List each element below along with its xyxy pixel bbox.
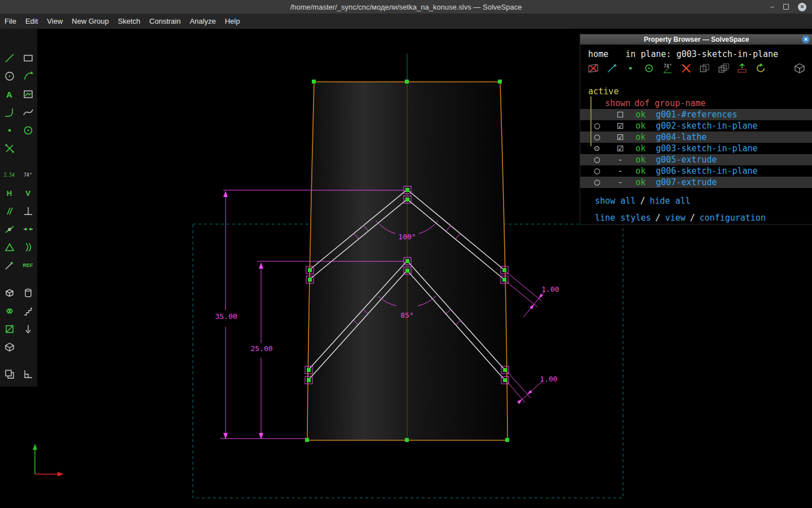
property-browser-close-button[interactable]: ✕ <box>802 36 810 43</box>
restore-button[interactable]: ❐ <box>783 4 789 10</box>
equal-constraint-button[interactable] <box>0 238 19 256</box>
center-view-button[interactable] <box>19 365 37 383</box>
group-active-radio[interactable]: ○ <box>594 165 610 177</box>
point-tool-button[interactable] <box>0 121 19 139</box>
rectangle-tool-button[interactable] <box>19 49 37 67</box>
arc-tool-button[interactable] <box>19 67 37 85</box>
dim-total-label[interactable]: 35.00 <box>215 312 237 321</box>
menu-sketch[interactable]: Sketch <box>113 14 145 29</box>
perpendicular-constraint-button[interactable] <box>19 202 37 220</box>
nearest-iso-view-button[interactable] <box>0 338 19 356</box>
line-styles-link[interactable]: line styles <box>595 213 651 223</box>
group-dof-status[interactable]: ok <box>631 177 656 188</box>
menu-edit[interactable]: Edit <box>21 14 42 29</box>
align-view-button[interactable] <box>0 365 19 383</box>
normal-icon[interactable] <box>643 62 655 75</box>
group-name-link[interactable]: g004-lathe <box>656 132 707 143</box>
horizontal-constraint-button[interactable]: H <box>0 184 19 202</box>
titlebar[interactable]: /home/master/_sync/cnc/модели/setka_na_k… <box>0 0 812 14</box>
translate-group-button[interactable] <box>19 302 37 320</box>
delete-icon[interactable] <box>680 62 692 75</box>
group-shown-checkbox[interactable]: ☑ <box>610 120 631 132</box>
close-button[interactable]: ✕ <box>798 3 806 11</box>
group-active-radio[interactable]: ○ <box>594 154 610 165</box>
no-workplane-icon[interactable] <box>587 62 599 75</box>
spline-tool-button[interactable] <box>19 103 37 121</box>
view-link[interactable]: view <box>665 213 685 223</box>
group-shown-checkbox[interactable]: ☐ <box>610 109 631 120</box>
group-dof-status[interactable]: ok <box>631 132 656 143</box>
group-active-radio[interactable] <box>594 109 610 120</box>
angle-constraint-button[interactable]: 74° <box>19 166 37 184</box>
extrude-group-button[interactable] <box>0 284 19 302</box>
property-browser-titlebar[interactable]: Property Browser — SolveSpace ✕ <box>580 34 812 45</box>
mirror-group-button[interactable] <box>0 320 19 338</box>
menu-view[interactable]: View <box>42 14 67 29</box>
text-tool-button[interactable]: A <box>0 85 19 103</box>
width-lower-label[interactable]: 1.00 <box>540 375 557 383</box>
angle-upper-label[interactable]: 100° <box>398 233 416 241</box>
split-curves-tool-button[interactable] <box>0 139 19 157</box>
line-tool-button[interactable] <box>0 49 19 67</box>
line-segment-icon[interactable] <box>606 62 618 75</box>
lathe-group-button[interactable] <box>19 284 37 302</box>
group-active-radio[interactable]: ○ <box>594 177 610 188</box>
rotate-group-button[interactable] <box>0 302 19 320</box>
parallel-constraint-button[interactable] <box>0 202 19 220</box>
repeat-sheet-icon[interactable] <box>717 62 730 75</box>
group-shown-checkbox[interactable]: - <box>610 165 631 177</box>
menu-help[interactable]: Help <box>220 14 245 29</box>
distance-constraint-button[interactable]: 2.54 <box>0 166 19 184</box>
minimize-button[interactable]: – <box>770 0 774 14</box>
image-tool-button[interactable] <box>19 85 37 103</box>
group-name-link[interactable]: g005-extrude <box>656 154 717 165</box>
point-on-line-constraint-button[interactable] <box>0 220 19 238</box>
construction-tool-button[interactable] <box>19 121 37 139</box>
point-icon[interactable] <box>624 62 637 75</box>
reference-dimension-button[interactable]: REF <box>19 256 37 274</box>
width-dimension-upper[interactable]: 1.00 <box>506 271 559 317</box>
group-shown-checkbox[interactable]: - <box>610 154 631 165</box>
hide-all-link[interactable]: hide all <box>650 196 690 206</box>
vertical-constraint-button[interactable]: V <box>19 184 37 202</box>
link-group-button[interactable] <box>19 320 37 338</box>
circle-tool-button[interactable] <box>0 67 19 85</box>
group-dof-status[interactable]: ok <box>631 109 656 120</box>
width-dimension-lower[interactable]: 1.00 <box>508 372 558 404</box>
width-upper-label[interactable]: 1.00 <box>541 285 559 294</box>
extrude-sheet-icon[interactable] <box>736 62 748 75</box>
configuration-link[interactable]: configuration <box>700 213 766 223</box>
group-active-radio[interactable]: ⊙ <box>594 143 610 154</box>
home-link[interactable]: home <box>588 49 608 59</box>
group-name-link[interactable]: g006-sketch-in-plane <box>656 165 758 177</box>
group-shown-checkbox[interactable]: - <box>610 177 631 188</box>
step-sheet-icon[interactable] <box>699 62 711 75</box>
rotate-sheet-icon[interactable] <box>754 62 767 75</box>
group-dof-status[interactable]: ok <box>631 154 656 165</box>
dim-lower-label[interactable]: 25.00 <box>250 344 272 353</box>
menu-new-group[interactable]: New Group <box>67 14 113 29</box>
menu-constrain[interactable]: Constrain <box>145 14 186 29</box>
active-indicator-line <box>590 97 592 146</box>
wireframe-cube-icon[interactable] <box>793 62 806 75</box>
group-name-link[interactable]: g002-sketch-in-plane <box>656 120 758 132</box>
group-name-link[interactable]: g001-#references <box>656 109 738 120</box>
angle-display-icon[interactable]: 74° <box>661 62 674 75</box>
group-name-link[interactable]: g007-extrude <box>656 177 717 188</box>
group-shown-checkbox[interactable]: ☑ <box>610 143 631 154</box>
length-ratio-constraint-button[interactable] <box>0 256 19 274</box>
group-dof-status[interactable]: ok <box>631 165 656 177</box>
equal-radius-constraint-button[interactable] <box>19 238 37 256</box>
group-name-link[interactable]: g003-sketch-in-plane <box>656 143 758 154</box>
group-shown-checkbox[interactable]: ☑ <box>610 132 631 143</box>
menu-file[interactable]: File <box>0 14 21 29</box>
angle-lower-label[interactable]: 85° <box>400 311 413 319</box>
group-dof-status[interactable]: ok <box>631 120 656 132</box>
menu-analyze[interactable]: Analyze <box>185 14 220 29</box>
group-active-radio[interactable]: ○ <box>594 132 610 143</box>
symmetric-constraint-button[interactable] <box>19 220 37 238</box>
show-all-link[interactable]: show all <box>595 196 636 206</box>
group-dof-status[interactable]: ok <box>631 143 656 154</box>
tangent-arc-tool-button[interactable] <box>0 103 19 121</box>
group-active-radio[interactable]: ○ <box>594 120 610 132</box>
